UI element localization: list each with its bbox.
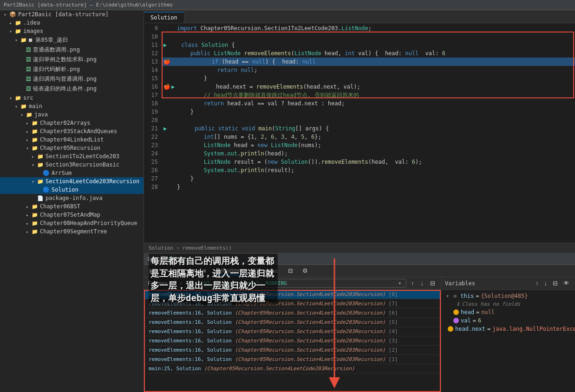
frame-item-8[interactable]: removeElements:16, Solution (Chapter05Re… [144, 355, 441, 364]
code-container: 910111213141516171819202122232425262728 … [144, 23, 575, 243]
frame-item-9[interactable]: main:25, Solution (Chapter05Recursion.Se… [144, 364, 441, 373]
sidebar-item-src[interactable]: 📁src [0, 94, 144, 102]
java-icon: 📄 [37, 195, 44, 201]
sidebar-item-main[interactable]: 📁main [0, 102, 144, 110]
frame-item-4[interactable]: removeElements:16, Solution (Chapter05Re… [144, 318, 441, 327]
sidebar-item-img5[interactable]: 🖼链表递归的终止条件.png [0, 84, 144, 94]
tree-item-label: 链表递归的终止条件.png [33, 85, 97, 93]
frame-num: [8] [389, 291, 398, 297]
code-text: class Solution { [168, 41, 235, 49]
sidebar-item-ch03[interactable]: 📁Chapter03StackAndQueues [0, 127, 144, 135]
step-out-btn[interactable]: ↑ [189, 266, 196, 275]
arrow-icon [15, 38, 20, 43]
arrow-icon [9, 20, 15, 26]
sidebar-item-sec4[interactable]: 📁Section4LeetCode203Recursion [0, 177, 144, 186]
filter-btn[interactable]: ⊟ [286, 266, 295, 275]
code-line-14: return null; [162, 66, 575, 74]
settings-btn[interactable]: ⚙ [301, 266, 310, 275]
frame-num: [7] [389, 301, 398, 307]
frames-toolbar: Frames ✓ "main"@1 in group "main": RUNNI… [144, 277, 441, 290]
sidebar-item-images[interactable]: 📁images [0, 27, 144, 35]
sidebar-item-ch05[interactable]: 📁■ 第05章_递归 [0, 35, 144, 45]
sidebar-item-sec1[interactable]: 📁Section1To2LeetCode203 [0, 152, 144, 161]
code-text: import Chapter05Recursion.Section1To2Lee… [163, 24, 372, 32]
sidebar-item-sec3[interactable]: 📁Section3RecursionBasic [0, 161, 144, 169]
resume-btn[interactable]: ▶ [148, 266, 156, 275]
sidebar-item-arrsum[interactable]: 🔵ArrSum [0, 169, 144, 177]
frame-class: (Chapter05Recursion.Section4LeetCode203R… [235, 291, 386, 297]
expand-icon[interactable]: ▾ [446, 293, 451, 299]
line-num-28: 28 [144, 183, 158, 191]
breadcrumb: Solution › removeElements() [144, 243, 575, 253]
arrow-icon [26, 129, 32, 134]
tab-console[interactable]: Console [252, 267, 281, 275]
sidebar-item-img2[interactable]: 🖼递归举例之数组求和.png [0, 55, 144, 64]
sidebar-item-ch08[interactable]: 📁Chapter08HeapAndPriorityQueue [0, 219, 144, 227]
frames-up-btn[interactable]: ↑ [409, 279, 416, 288]
vars-filter-btn[interactable]: ⊟ [551, 279, 560, 288]
folder-icon: 📁 [32, 229, 38, 235]
sidebar-item-part2basic[interactable]: 📦Part2Basic [data-structure] [0, 10, 144, 19]
tab-debugger[interactable]: Debugger [214, 266, 246, 276]
folder-icon: 📁 [37, 154, 44, 160]
folder-icon: 📁 [32, 204, 38, 210]
line-num-27: 27 [144, 174, 158, 183]
vars-eye-btn[interactable]: 👁 [562, 279, 571, 288]
editor-tabs: Solution [144, 10, 575, 23]
folder-icon: 📁 [20, 37, 27, 43]
code-line-23: ListNode head = new ListNode(nums); [162, 141, 575, 149]
code-line-11: ▶ class Solution { [162, 41, 575, 49]
frame-item-2[interactable]: removeElements:16, Solution (Chapter05Re… [144, 299, 441, 308]
debug-panel-header: ▶ ⇥ ↓ ↑ ■ Debugger Console ⊟ ⚙ [144, 265, 575, 277]
var-item: head = null [441, 308, 575, 316]
frame-item-6[interactable]: removeElements:16, Solution (Chapter05Re… [144, 336, 441, 346]
frame-item-1[interactable]: removeElements:13, Solution (Chapter05Re… [144, 290, 441, 299]
code-line-19: } [162, 108, 575, 116]
vars-down-btn[interactable]: ↓ [542, 279, 549, 288]
sidebar-item-ch04[interactable]: 📁Chapter04LinkedList [0, 135, 144, 144]
frame-item-3[interactable]: removeElements:16, Solution (Chapter05Re… [144, 308, 441, 318]
tree-item-label: Section4LeetCode203Recursion [46, 178, 139, 185]
frame-class: (Chapter05Recursion.Section4LeetCode203R… [235, 338, 386, 344]
sidebar-item-ch07[interactable]: 📁Chapter07SetAndMap [0, 211, 144, 219]
vars-up-btn[interactable]: ↑ [534, 279, 541, 288]
sidebar-item-ch02[interactable]: 📁Chapter02Arrays [0, 119, 144, 127]
dropdown-arrow-icon: ▾ [398, 280, 401, 286]
breadcrumb-text: Solution › removeElements() [149, 245, 232, 251]
var-dot-icon [453, 318, 459, 323]
frame-item-7[interactable]: removeElements:16, Solution (Chapter05Re… [144, 346, 441, 355]
frame-method: removeElements:16, Solution [149, 338, 232, 344]
code-text: return null; [163, 66, 257, 74]
png-icon: 🖼 [26, 76, 31, 82]
code-line-18: return head.val == val ? head.next : hea… [162, 99, 575, 108]
sidebar-item-ch09[interactable]: 📁Chapter09SegmentTree [0, 227, 144, 236]
step-into-btn[interactable]: ↓ [176, 266, 183, 275]
frames-filter-btn[interactable]: ⊟ [428, 279, 437, 288]
sidebar-item-ch05pkg[interactable]: 📁Chapter05Recursion [0, 144, 144, 152]
var-val: 6 [478, 317, 481, 324]
arrow-icon [26, 229, 32, 234]
sidebar-item-ch06[interactable]: 📁Chapter06BST [0, 202, 144, 211]
sidebar-item-pkginfo[interactable]: 📄package-info.java [0, 194, 144, 202]
tab-solution[interactable]: Solution [144, 12, 184, 23]
debug-label: Debug: [148, 256, 166, 262]
stop-btn[interactable]: ■ [201, 266, 208, 275]
sidebar-item-idea[interactable]: 📁.idea [0, 19, 144, 27]
tree-item-label: Chapter09SegmentTree [40, 228, 107, 235]
frames-down-btn[interactable]: ↓ [419, 279, 426, 288]
sidebar-item-java[interactable]: 📁java [0, 110, 144, 119]
sidebar-item-img4[interactable]: 🖼递归调用与普通调用.png [0, 74, 144, 84]
code-text: } [163, 174, 194, 183]
sidebar-item-img1[interactable]: 🖼普通函数调用.png [0, 45, 144, 55]
step-over-btn[interactable]: ⇥ [162, 266, 170, 275]
code-text: } [163, 108, 194, 116]
frames-list[interactable]: removeElements:13, Solution (Chapter05Re… [144, 290, 441, 373]
editor-area: Solution 9101112131415161718192021222324… [144, 10, 575, 253]
sidebar-item-solution[interactable]: 🔵Solution [0, 186, 144, 194]
line-num-9: 9 [144, 24, 158, 32]
code-text: public ListNode removeElements(ListNode … [163, 49, 445, 58]
sidebar-item-img3[interactable]: 🖼递归代码解析.png [0, 64, 144, 74]
tree-item-label: Chapter07SetAndMap [40, 212, 100, 218]
frame-item-5[interactable]: removeElements:16, Solution (Chapter05Re… [144, 327, 441, 336]
main-layout: 📦Part2Basic [data-structure]📁.idea📁image… [0, 10, 575, 392]
